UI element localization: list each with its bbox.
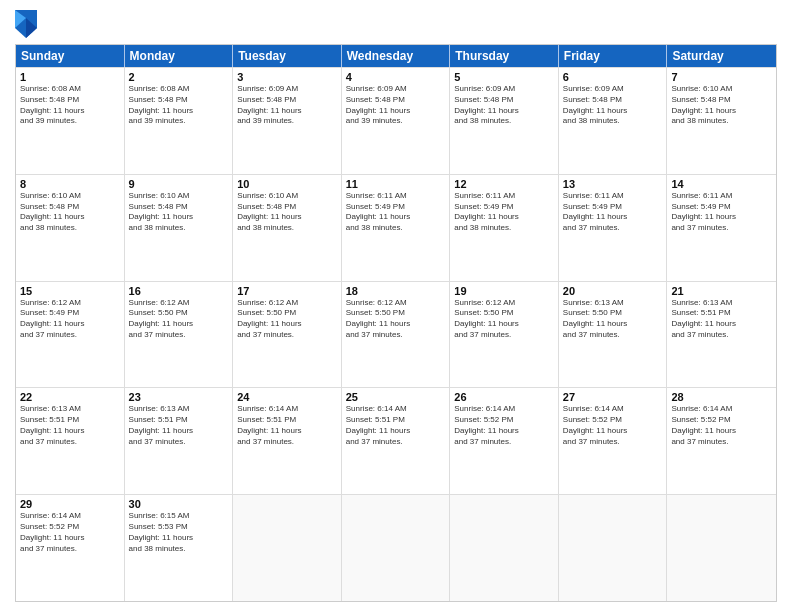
day-info: Sunrise: 6:14 AM Sunset: 5:51 PM Dayligh…: [237, 404, 337, 447]
calendar-cell-day-30: 30Sunrise: 6:15 AM Sunset: 5:53 PM Dayli…: [125, 495, 234, 601]
day-info: Sunrise: 6:11 AM Sunset: 5:49 PM Dayligh…: [454, 191, 554, 234]
calendar-row-3: 15Sunrise: 6:12 AM Sunset: 5:49 PM Dayli…: [16, 281, 776, 388]
calendar-cell-day-18: 18Sunrise: 6:12 AM Sunset: 5:50 PM Dayli…: [342, 282, 451, 388]
day-number: 19: [454, 285, 554, 297]
day-info: Sunrise: 6:13 AM Sunset: 5:51 PM Dayligh…: [671, 298, 772, 341]
calendar-cell-day-27: 27Sunrise: 6:14 AM Sunset: 5:52 PM Dayli…: [559, 388, 668, 494]
day-info: Sunrise: 6:12 AM Sunset: 5:49 PM Dayligh…: [20, 298, 120, 341]
day-info: Sunrise: 6:10 AM Sunset: 5:48 PM Dayligh…: [237, 191, 337, 234]
day-number: 24: [237, 391, 337, 403]
day-info: Sunrise: 6:08 AM Sunset: 5:48 PM Dayligh…: [129, 84, 229, 127]
day-number: 28: [671, 391, 772, 403]
day-number: 1: [20, 71, 120, 83]
calendar-cell-day-4: 4Sunrise: 6:09 AM Sunset: 5:48 PM Daylig…: [342, 68, 451, 174]
day-info: Sunrise: 6:12 AM Sunset: 5:50 PM Dayligh…: [346, 298, 446, 341]
day-number: 3: [237, 71, 337, 83]
calendar-header: SundayMondayTuesdayWednesdayThursdayFrid…: [16, 45, 776, 67]
calendar-cell-day-1: 1Sunrise: 6:08 AM Sunset: 5:48 PM Daylig…: [16, 68, 125, 174]
day-number: 10: [237, 178, 337, 190]
page: SundayMondayTuesdayWednesdayThursdayFrid…: [0, 0, 792, 612]
calendar-cell-day-17: 17Sunrise: 6:12 AM Sunset: 5:50 PM Dayli…: [233, 282, 342, 388]
day-number: 22: [20, 391, 120, 403]
day-number: 12: [454, 178, 554, 190]
day-number: 14: [671, 178, 772, 190]
calendar-row-1: 1Sunrise: 6:08 AM Sunset: 5:48 PM Daylig…: [16, 67, 776, 174]
calendar-row-4: 22Sunrise: 6:13 AM Sunset: 5:51 PM Dayli…: [16, 387, 776, 494]
day-info: Sunrise: 6:14 AM Sunset: 5:52 PM Dayligh…: [454, 404, 554, 447]
calendar-cell-day-8: 8Sunrise: 6:10 AM Sunset: 5:48 PM Daylig…: [16, 175, 125, 281]
day-info: Sunrise: 6:10 AM Sunset: 5:48 PM Dayligh…: [671, 84, 772, 127]
calendar-row-5: 29Sunrise: 6:14 AM Sunset: 5:52 PM Dayli…: [16, 494, 776, 601]
day-info: Sunrise: 6:12 AM Sunset: 5:50 PM Dayligh…: [129, 298, 229, 341]
day-info: Sunrise: 6:11 AM Sunset: 5:49 PM Dayligh…: [346, 191, 446, 234]
day-number: 20: [563, 285, 663, 297]
calendar-row-2: 8Sunrise: 6:10 AM Sunset: 5:48 PM Daylig…: [16, 174, 776, 281]
calendar-cell-day-22: 22Sunrise: 6:13 AM Sunset: 5:51 PM Dayli…: [16, 388, 125, 494]
header-day-sunday: Sunday: [16, 45, 125, 67]
calendar-cell-day-3: 3Sunrise: 6:09 AM Sunset: 5:48 PM Daylig…: [233, 68, 342, 174]
day-number: 9: [129, 178, 229, 190]
day-number: 6: [563, 71, 663, 83]
calendar-cell-day-23: 23Sunrise: 6:13 AM Sunset: 5:51 PM Dayli…: [125, 388, 234, 494]
day-info: Sunrise: 6:14 AM Sunset: 5:52 PM Dayligh…: [20, 511, 120, 554]
day-info: Sunrise: 6:13 AM Sunset: 5:51 PM Dayligh…: [129, 404, 229, 447]
day-number: 18: [346, 285, 446, 297]
day-number: 5: [454, 71, 554, 83]
calendar-cell-empty: [667, 495, 776, 601]
header: [15, 10, 777, 38]
day-number: 26: [454, 391, 554, 403]
day-info: Sunrise: 6:13 AM Sunset: 5:51 PM Dayligh…: [20, 404, 120, 447]
calendar-cell-day-16: 16Sunrise: 6:12 AM Sunset: 5:50 PM Dayli…: [125, 282, 234, 388]
calendar-cell-day-21: 21Sunrise: 6:13 AM Sunset: 5:51 PM Dayli…: [667, 282, 776, 388]
calendar-cell-empty: [450, 495, 559, 601]
calendar-cell-day-12: 12Sunrise: 6:11 AM Sunset: 5:49 PM Dayli…: [450, 175, 559, 281]
day-number: 13: [563, 178, 663, 190]
header-day-tuesday: Tuesday: [233, 45, 342, 67]
day-number: 25: [346, 391, 446, 403]
day-info: Sunrise: 6:09 AM Sunset: 5:48 PM Dayligh…: [346, 84, 446, 127]
calendar-cell-empty: [559, 495, 668, 601]
calendar-cell-day-29: 29Sunrise: 6:14 AM Sunset: 5:52 PM Dayli…: [16, 495, 125, 601]
day-info: Sunrise: 6:15 AM Sunset: 5:53 PM Dayligh…: [129, 511, 229, 554]
day-number: 27: [563, 391, 663, 403]
logo-icon: [15, 10, 37, 38]
calendar-cell-day-9: 9Sunrise: 6:10 AM Sunset: 5:48 PM Daylig…: [125, 175, 234, 281]
calendar-body: 1Sunrise: 6:08 AM Sunset: 5:48 PM Daylig…: [16, 67, 776, 601]
day-info: Sunrise: 6:10 AM Sunset: 5:48 PM Dayligh…: [20, 191, 120, 234]
day-number: 23: [129, 391, 229, 403]
calendar-cell-day-7: 7Sunrise: 6:10 AM Sunset: 5:48 PM Daylig…: [667, 68, 776, 174]
calendar-cell-day-2: 2Sunrise: 6:08 AM Sunset: 5:48 PM Daylig…: [125, 68, 234, 174]
calendar-cell-day-10: 10Sunrise: 6:10 AM Sunset: 5:48 PM Dayli…: [233, 175, 342, 281]
header-day-wednesday: Wednesday: [342, 45, 451, 67]
header-day-monday: Monday: [125, 45, 234, 67]
day-number: 16: [129, 285, 229, 297]
day-number: 30: [129, 498, 229, 510]
calendar-cell-day-24: 24Sunrise: 6:14 AM Sunset: 5:51 PM Dayli…: [233, 388, 342, 494]
day-info: Sunrise: 6:11 AM Sunset: 5:49 PM Dayligh…: [671, 191, 772, 234]
day-number: 17: [237, 285, 337, 297]
calendar-cell-day-19: 19Sunrise: 6:12 AM Sunset: 5:50 PM Dayli…: [450, 282, 559, 388]
day-info: Sunrise: 6:14 AM Sunset: 5:52 PM Dayligh…: [671, 404, 772, 447]
day-number: 11: [346, 178, 446, 190]
day-info: Sunrise: 6:09 AM Sunset: 5:48 PM Dayligh…: [237, 84, 337, 127]
day-number: 15: [20, 285, 120, 297]
day-number: 4: [346, 71, 446, 83]
day-number: 7: [671, 71, 772, 83]
day-number: 8: [20, 178, 120, 190]
day-info: Sunrise: 6:14 AM Sunset: 5:52 PM Dayligh…: [563, 404, 663, 447]
day-info: Sunrise: 6:10 AM Sunset: 5:48 PM Dayligh…: [129, 191, 229, 234]
calendar-cell-empty: [342, 495, 451, 601]
calendar-cell-day-15: 15Sunrise: 6:12 AM Sunset: 5:49 PM Dayli…: [16, 282, 125, 388]
day-number: 21: [671, 285, 772, 297]
header-day-saturday: Saturday: [667, 45, 776, 67]
calendar-cell-day-5: 5Sunrise: 6:09 AM Sunset: 5:48 PM Daylig…: [450, 68, 559, 174]
day-info: Sunrise: 6:09 AM Sunset: 5:48 PM Dayligh…: [563, 84, 663, 127]
day-info: Sunrise: 6:09 AM Sunset: 5:48 PM Dayligh…: [454, 84, 554, 127]
calendar-cell-empty: [233, 495, 342, 601]
day-info: Sunrise: 6:08 AM Sunset: 5:48 PM Dayligh…: [20, 84, 120, 127]
calendar-cell-day-14: 14Sunrise: 6:11 AM Sunset: 5:49 PM Dayli…: [667, 175, 776, 281]
calendar-cell-day-26: 26Sunrise: 6:14 AM Sunset: 5:52 PM Dayli…: [450, 388, 559, 494]
calendar-cell-day-20: 20Sunrise: 6:13 AM Sunset: 5:50 PM Dayli…: [559, 282, 668, 388]
header-day-friday: Friday: [559, 45, 668, 67]
day-number: 29: [20, 498, 120, 510]
